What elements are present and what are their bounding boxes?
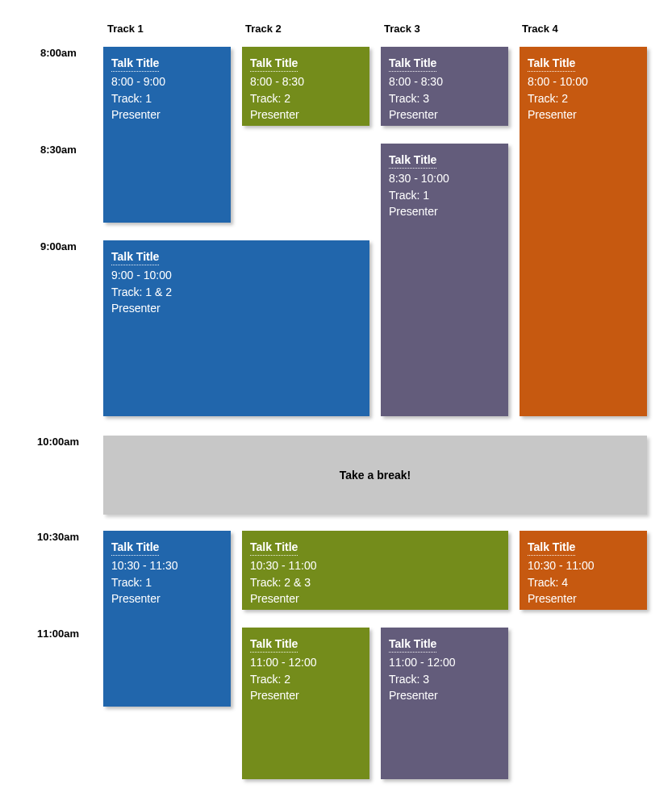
track-header-4: Track 4 xyxy=(522,23,558,35)
session-time: 9:00 - 10:00 xyxy=(111,269,172,282)
session-title[interactable]: Talk Title xyxy=(111,248,159,265)
track-header-2: Track 2 xyxy=(245,23,282,35)
session-presenter: Presenter xyxy=(250,108,299,121)
session-presenter: Presenter xyxy=(389,689,438,702)
session-title[interactable]: Talk Title xyxy=(111,539,159,556)
session-track: Track: 1 xyxy=(111,576,152,589)
session-presenter: Presenter xyxy=(389,205,438,218)
session-track: Track: 3 xyxy=(389,92,429,105)
session-t4-0800[interactable]: Talk Title 8:00 - 10:00 Track: 2 Present… xyxy=(520,47,647,416)
session-presenter: Presenter xyxy=(250,689,299,702)
track-header-1: Track 1 xyxy=(107,23,144,35)
session-track: Track: 1 xyxy=(389,189,429,202)
session-title[interactable]: Talk Title xyxy=(250,55,298,72)
track-header-3: Track 3 xyxy=(384,23,420,35)
session-time: 11:00 - 12:00 xyxy=(389,656,456,669)
session-title[interactable]: Talk Title xyxy=(389,55,436,72)
session-presenter: Presenter xyxy=(528,592,577,605)
time-label-0900: 9:00am xyxy=(40,240,77,252)
session-presenter: Presenter xyxy=(250,592,299,605)
session-presenter: Presenter xyxy=(528,108,577,121)
session-presenter: Presenter xyxy=(389,108,438,121)
session-presenter: Presenter xyxy=(111,302,161,315)
session-t1-1030[interactable]: Talk Title 10:30 - 11:30 Track: 1 Presen… xyxy=(103,531,231,707)
session-title[interactable]: Talk Title xyxy=(389,636,436,653)
break-block: Take a break! xyxy=(103,436,647,515)
session-track: Track: 3 xyxy=(389,673,429,686)
session-time: 8:00 - 8:30 xyxy=(250,75,304,88)
session-time: 10:30 - 11:00 xyxy=(528,559,595,572)
session-t1-2-0900[interactable]: Talk Title 9:00 - 10:00 Track: 1 & 2 Pre… xyxy=(103,240,369,416)
session-t1-0800[interactable]: Talk Title 8:00 - 9:00 Track: 1 Presente… xyxy=(103,47,231,223)
session-time: 10:30 - 11:30 xyxy=(111,559,178,572)
time-label-1000: 10:00am xyxy=(37,436,79,448)
session-title[interactable]: Talk Title xyxy=(528,539,575,556)
session-title[interactable]: Talk Title xyxy=(250,539,298,556)
session-title[interactable]: Talk Title xyxy=(389,152,436,169)
session-t2-3-1030[interactable]: Talk Title 10:30 - 11:00 Track: 2 & 3 Pr… xyxy=(242,531,508,610)
session-t4-1030[interactable]: Talk Title 10:30 - 11:00 Track: 4 Presen… xyxy=(520,531,647,610)
session-presenter: Presenter xyxy=(111,108,161,121)
session-track: Track: 2 xyxy=(250,673,290,686)
session-track: Track: 2 xyxy=(250,92,290,105)
time-label-0830: 8:30am xyxy=(40,144,77,156)
session-time: 8:30 - 10:00 xyxy=(389,172,449,185)
session-track: Track: 1 & 2 xyxy=(111,286,172,298)
session-t2-1100[interactable]: Talk Title 11:00 - 12:00 Track: 2 Presen… xyxy=(242,628,369,779)
session-time: 8:00 - 8:30 xyxy=(389,75,443,88)
session-t3-0800[interactable]: Talk Title 8:00 - 8:30 Track: 3 Presente… xyxy=(381,47,508,126)
session-track: Track: 2 & 3 xyxy=(250,576,311,589)
session-t3-1100[interactable]: Talk Title 11:00 - 12:00 Track: 3 Presen… xyxy=(381,628,508,779)
session-title[interactable]: Talk Title xyxy=(250,636,298,653)
session-t3-0830[interactable]: Talk Title 8:30 - 10:00 Track: 1 Present… xyxy=(381,144,508,416)
session-track: Track: 2 xyxy=(528,92,568,105)
session-track: Track: 1 xyxy=(111,92,152,105)
time-label-1030: 10:30am xyxy=(37,531,79,543)
session-track: Track: 4 xyxy=(528,576,568,589)
time-label-1100: 11:00am xyxy=(37,628,79,640)
session-time: 8:00 - 10:00 xyxy=(528,75,588,88)
session-presenter: Presenter xyxy=(111,592,161,605)
session-title[interactable]: Talk Title xyxy=(111,55,159,72)
session-time: 8:00 - 9:00 xyxy=(111,75,165,88)
session-title[interactable]: Talk Title xyxy=(528,55,575,72)
session-t2-0800[interactable]: Talk Title 8:00 - 8:30 Track: 2 Presente… xyxy=(242,47,369,126)
time-label-0800: 8:00am xyxy=(40,47,77,59)
session-time: 10:30 - 11:00 xyxy=(250,559,317,572)
session-time: 11:00 - 12:00 xyxy=(250,656,317,669)
break-text: Take a break! xyxy=(340,469,411,482)
schedule-grid: Track 1 Track 2 Track 3 Track 4 8:00am 8… xyxy=(0,0,672,805)
